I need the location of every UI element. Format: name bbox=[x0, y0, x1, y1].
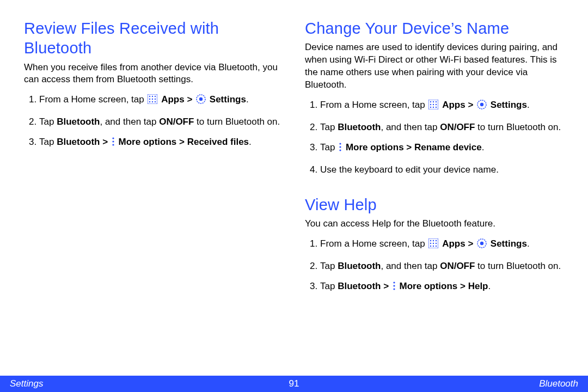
bluetooth-label: Bluetooth bbox=[338, 261, 381, 271]
gt: > bbox=[465, 100, 476, 110]
step-text: to turn Bluetooth on. bbox=[475, 261, 561, 271]
step-item: Tap Bluetooth > More options > Help. bbox=[320, 279, 564, 295]
section-title: Review Files Received with Bluetooth bbox=[24, 19, 283, 58]
steps-list: From a Home screen, tap Apps > Settings.… bbox=[24, 93, 283, 151]
more-options-label: More options > Received files bbox=[119, 137, 249, 147]
step-item: Use the keyboard to edit your device nam… bbox=[320, 163, 564, 177]
step-text: , and then tap bbox=[381, 261, 440, 271]
period: . bbox=[249, 137, 252, 147]
section-view-help: View Help You can access Help for the Bl… bbox=[305, 195, 564, 295]
gt: > bbox=[465, 238, 476, 249]
section-review-files: Review Files Received with Bluetooth Whe… bbox=[24, 19, 283, 151]
step-text: , and then tap bbox=[100, 117, 159, 127]
footer-left: Settings bbox=[10, 378, 43, 389]
manual-page: Review Files Received with Bluetooth Whe… bbox=[0, 0, 588, 392]
more-options-icon bbox=[339, 142, 342, 156]
step-text: to turn Bluetooth on. bbox=[194, 117, 280, 127]
steps-list: From a Home screen, tap Apps > Settings.… bbox=[305, 98, 564, 176]
footer-right: Bluetooth bbox=[539, 378, 578, 389]
settings-label: Settings bbox=[491, 100, 527, 110]
step-item: Tap Bluetooth, and then tap ON/OFF to tu… bbox=[320, 259, 564, 273]
step-text: From a Home screen, tap bbox=[320, 100, 427, 110]
settings-label: Settings bbox=[210, 94, 246, 105]
section-intro: You can access Help for the Bluetooth fe… bbox=[305, 218, 564, 230]
onoff-label: ON/OFF bbox=[440, 261, 475, 271]
apps-icon bbox=[428, 238, 438, 253]
step-text: , and then tap bbox=[381, 122, 440, 132]
period: . bbox=[527, 238, 530, 249]
period: . bbox=[527, 100, 530, 110]
settings-icon bbox=[477, 100, 487, 114]
apps-label: Apps bbox=[161, 94, 185, 105]
more-options-label: More options > Rename device bbox=[346, 142, 482, 152]
section-intro: When you receive files from another devi… bbox=[24, 62, 283, 87]
steps-list: From a Home screen, tap Apps > Settings.… bbox=[305, 237, 564, 295]
step-item: From a Home screen, tap Apps > Settings. bbox=[320, 98, 564, 114]
apps-icon bbox=[428, 100, 438, 114]
step-item: Tap More options > Rename device. bbox=[320, 140, 564, 156]
apps-label: Apps bbox=[442, 238, 465, 249]
step-text: to turn Bluetooth on. bbox=[475, 122, 561, 132]
two-column-layout: Review Files Received with Bluetooth Whe… bbox=[24, 19, 564, 302]
more-options-icon bbox=[112, 137, 115, 151]
step-text: Tap bbox=[39, 137, 57, 147]
period: . bbox=[488, 281, 491, 291]
onoff-label: ON/OFF bbox=[440, 122, 475, 132]
step-text: From a Home screen, tap bbox=[320, 238, 427, 249]
step-text: Tap bbox=[320, 142, 338, 152]
settings-icon bbox=[196, 94, 206, 108]
bluetooth-label: Bluetooth > bbox=[57, 137, 111, 147]
section-title: Change Your Device’s Name bbox=[305, 19, 564, 38]
more-options-label: More options > Help bbox=[400, 281, 488, 291]
section-title: View Help bbox=[305, 195, 564, 215]
step-text: Use the keyboard to edit your device nam… bbox=[320, 164, 499, 175]
footer-page-number: 91 bbox=[289, 378, 299, 389]
step-item: Tap Bluetooth > More options > Received … bbox=[39, 135, 283, 151]
apps-icon bbox=[148, 94, 157, 108]
bluetooth-label: Bluetooth > bbox=[338, 281, 391, 291]
gt: > bbox=[185, 94, 195, 105]
right-column: Change Your Device’s Name Device names a… bbox=[305, 19, 564, 302]
bluetooth-label: Bluetooth bbox=[338, 122, 381, 132]
settings-label: Settings bbox=[491, 238, 527, 249]
more-options-icon bbox=[393, 281, 396, 295]
step-text: From a Home screen, tap bbox=[39, 94, 146, 105]
bluetooth-label: Bluetooth bbox=[57, 117, 100, 127]
period: . bbox=[246, 94, 249, 105]
step-text: Tap bbox=[39, 117, 57, 127]
step-item: Tap Bluetooth, and then tap ON/OFF to tu… bbox=[320, 120, 564, 134]
step-text: Tap bbox=[320, 261, 338, 271]
section-change-name: Change Your Device’s Name Device names a… bbox=[305, 19, 564, 176]
step-text: Tap bbox=[320, 122, 338, 132]
step-item: Tap Bluetooth, and then tap ON/OFF to tu… bbox=[39, 115, 283, 129]
left-column: Review Files Received with Bluetooth Whe… bbox=[24, 19, 283, 302]
step-item: From a Home screen, tap Apps > Settings. bbox=[320, 237, 564, 253]
settings-icon bbox=[477, 238, 487, 253]
period: . bbox=[482, 142, 485, 152]
step-text: Tap bbox=[320, 281, 338, 291]
onoff-label: ON/OFF bbox=[159, 117, 194, 127]
step-item: From a Home screen, tap Apps > Settings. bbox=[39, 93, 283, 108]
apps-label: Apps bbox=[442, 100, 465, 110]
page-footer: Settings 91 Bluetooth bbox=[0, 376, 588, 392]
section-intro: Device names are used to identify device… bbox=[305, 41, 564, 91]
